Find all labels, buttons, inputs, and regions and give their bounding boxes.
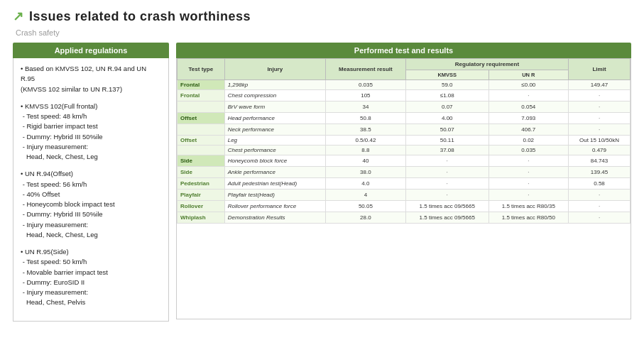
cell-unr: · — [489, 178, 568, 190]
cell-unr: · — [489, 155, 568, 167]
cell-unr: · — [489, 90, 568, 102]
cell-kmvss: · — [405, 155, 489, 167]
table-row: Whiplash Demonstration Results 28.0 1.5 … — [178, 212, 631, 224]
table-row: Frontal 1,298kp 0.035 59.0 ≤0.00 149.47 — [178, 80, 631, 90]
cell-result: 0.5/0.42 — [325, 136, 405, 146]
table-row: Side Honeycomb block force 40 · · 84.743 — [178, 155, 631, 167]
cell-limit: 84.743 — [569, 155, 631, 167]
table-row: Pedestrian Adult pedestrian test(Head) 4… — [178, 178, 631, 190]
table-container: Test type Injury Measurement result Regu… — [176, 58, 631, 319]
col-header-test: Test type — [178, 59, 225, 80]
cell-injury: Ankle performance — [224, 167, 325, 178]
cell-limit: 139.45 — [569, 167, 631, 178]
cell-result: 4 — [325, 190, 405, 201]
table-row: Neck performance 38.5 50.07 406.7 · — [178, 124, 631, 136]
cell-unr: 1.5 times acc R80/35 — [489, 201, 568, 212]
col-header-unr: UN R — [489, 70, 568, 80]
subtitle: Crash safety — [16, 28, 631, 37]
cell-test-type: Side — [178, 167, 225, 178]
cell-test-type — [178, 146, 225, 155]
cell-unr: 7.093 — [489, 113, 568, 124]
col-header-injury: Injury — [224, 59, 325, 80]
cell-result: 38.5 — [325, 124, 405, 136]
cell-injury: Rollover performance force — [224, 201, 325, 212]
cell-limit: · — [569, 212, 631, 224]
cell-test-type: Side — [178, 155, 225, 167]
reg-text-3: • UN R.94(Offset) - Test speed: 56 km/h … — [21, 169, 161, 240]
table-row: Rollover Rollover performance force 50.0… — [178, 201, 631, 212]
main-layout: Applied regulations • Based on KMVSS 102… — [13, 43, 631, 319]
reg-text-1: • Based on KMVSS 102, UN R.94 and UN R.9… — [21, 64, 161, 94]
cell-result: 105 — [325, 90, 405, 102]
cell-test-type — [178, 102, 225, 113]
cell-limit: 149.47 — [569, 80, 631, 90]
cell-test-type: Pedestrian — [178, 178, 225, 190]
table-row: Offset Head performance 50.8 4.00 7.093 … — [178, 113, 631, 124]
cell-test-type: Offset — [178, 136, 225, 146]
cell-test-type: Playfair — [178, 190, 225, 201]
cell-limit: Out 15 10/50kN — [569, 136, 631, 146]
cell-injury: 1,298kp — [224, 80, 325, 90]
cell-unr: · — [489, 190, 568, 201]
cell-test-type: Frontal — [178, 90, 225, 102]
col-header-result: Measurement result — [325, 59, 405, 80]
cell-unr: 0.054 — [489, 102, 568, 113]
cell-kmvss: 4.00 — [405, 113, 489, 124]
table-row: Chest performance 8.8 37.08 0.035 0.479 — [178, 146, 631, 155]
cell-unr: 0.02 — [489, 136, 568, 146]
col-header-req: Regulatory requirement — [405, 59, 568, 70]
cell-kmvss: 1.5 times acc 09/5665 — [405, 212, 489, 224]
cell-result: 40 — [325, 155, 405, 167]
header-arrow-icon: ↗ — [13, 9, 23, 24]
header-section: ↗ Issues related to crash worthiness — [13, 9, 631, 24]
col-header-kmvss: KMVSS — [405, 70, 489, 80]
cell-injury: Head performance — [224, 113, 325, 124]
cell-limit: · — [569, 124, 631, 136]
cell-result: 8.8 — [325, 146, 405, 155]
cell-limit: 0.479 — [569, 146, 631, 155]
cell-unr: 0.035 — [489, 146, 568, 155]
cell-kmvss: · — [405, 178, 489, 190]
cell-injury: Adult pedestrian test(Head) — [224, 178, 325, 190]
cell-limit: 0.58 — [569, 178, 631, 190]
cell-unr: 1.5 times acc R80/50 — [489, 212, 568, 224]
cell-limit: · — [569, 102, 631, 113]
regulations-header: Applied regulations — [13, 43, 169, 58]
cell-result: 34 — [325, 102, 405, 113]
cell-limit: · — [569, 113, 631, 124]
cell-test-type — [178, 124, 225, 136]
cell-injury: Chest compression — [224, 90, 325, 102]
cell-injury: Playfair test(Head) — [224, 190, 325, 201]
cell-unr: ≤0.00 — [489, 80, 568, 90]
cell-unr: · — [489, 167, 568, 178]
cell-injury: Honeycomb block force — [224, 155, 325, 167]
cell-injury: Neck performance — [224, 124, 325, 136]
cell-kmvss: 0.07 — [405, 102, 489, 113]
cell-result: 50.05 — [325, 201, 405, 212]
cell-kmvss: ≤1.08 — [405, 90, 489, 102]
right-panel: Performed test and results Test type Inj… — [176, 43, 631, 319]
table-row: BrV wave form 34 0.07 0.054 · — [178, 102, 631, 113]
cell-injury: Chest performance — [224, 146, 325, 155]
reg-text-4: • UN R.95(Side) - Test speed: 50 km/h - … — [21, 247, 161, 308]
cell-limit: · — [569, 201, 631, 212]
cell-kmvss: 1.5 times acc 09/5665 — [405, 201, 489, 212]
table-row: Playfair Playfair test(Head) 4 · · · — [178, 190, 631, 201]
page-container: ↗ Issues related to crash worthiness Cra… — [0, 0, 644, 362]
cell-kmvss: · — [405, 167, 489, 178]
cell-test-type: Frontal — [178, 80, 225, 90]
reg-block-4: • UN R.95(Side) - Test speed: 50 km/h - … — [21, 247, 161, 308]
cell-result: 28.0 — [325, 212, 405, 224]
cell-result: 50.8 — [325, 113, 405, 124]
cell-test-type: Whiplash — [178, 212, 225, 224]
cell-test-type: Rollover — [178, 201, 225, 212]
cell-result: 4.0 — [325, 178, 405, 190]
regulations-content: • Based on KMVSS 102, UN R.94 and UN R.9… — [13, 58, 169, 322]
reg-block-3: • UN R.94(Offset) - Test speed: 56 km/h … — [21, 169, 161, 240]
cell-limit: · — [569, 90, 631, 102]
cell-injury: Leg — [224, 136, 325, 146]
cell-result: 38.0 — [325, 167, 405, 178]
col-header-limit: Limit — [569, 59, 631, 80]
reg-block-2: • KMVSS 102(Full frontal) - Test speed: … — [21, 102, 161, 163]
page-title: Issues related to crash worthiness — [29, 9, 251, 24]
